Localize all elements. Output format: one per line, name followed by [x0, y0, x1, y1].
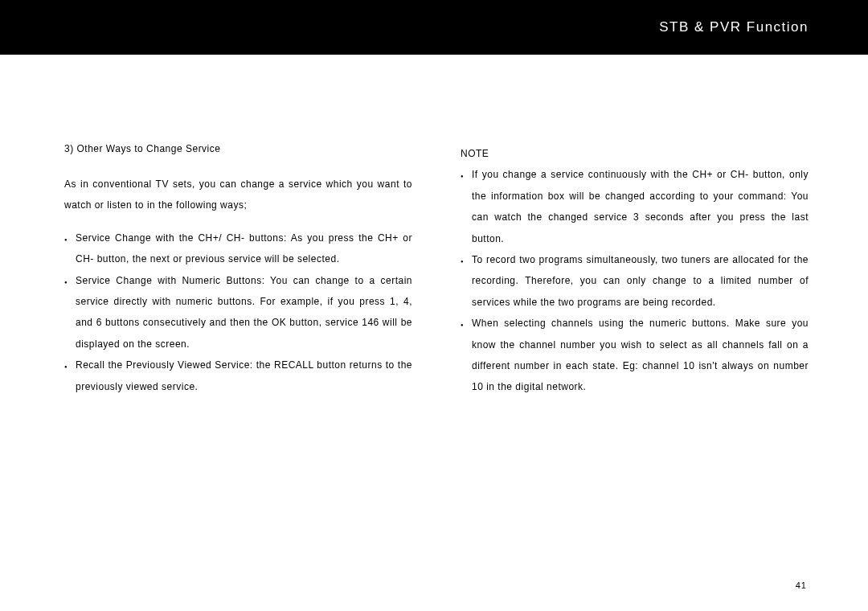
- page-body: 3) Other Ways to Change Service As in co…: [0, 55, 868, 398]
- list-item: Recall the Previously Viewed Service: th…: [64, 355, 412, 397]
- header-bar: STB & PVR Function: [0, 0, 868, 55]
- intro-paragraph: As in conventional TV sets, you can chan…: [64, 174, 412, 216]
- list-item: To record two programs simultaneously, t…: [461, 249, 809, 313]
- right-bullets: If you change a service continuously wit…: [461, 164, 809, 397]
- list-item: If you change a service continuously wit…: [461, 164, 809, 249]
- list-item: Service Change with the CH+/ CH- buttons…: [64, 228, 412, 270]
- list-item: Service Change with Numeric Buttons: You…: [64, 270, 412, 355]
- left-column: 3) Other Ways to Change Service As in co…: [64, 143, 412, 398]
- note-label: NOTE: [461, 143, 809, 164]
- page-number: 41: [796, 580, 807, 590]
- right-column: NOTE If you change a service continuousl…: [461, 143, 809, 398]
- section-title: 3) Other Ways to Change Service: [64, 143, 412, 154]
- list-item: When selecting channels using the numeri…: [461, 313, 809, 398]
- left-bullets: Service Change with the CH+/ CH- buttons…: [64, 228, 412, 397]
- columns: 3) Other Ways to Change Service As in co…: [64, 143, 809, 398]
- header-title: STB & PVR Function: [659, 19, 809, 35]
